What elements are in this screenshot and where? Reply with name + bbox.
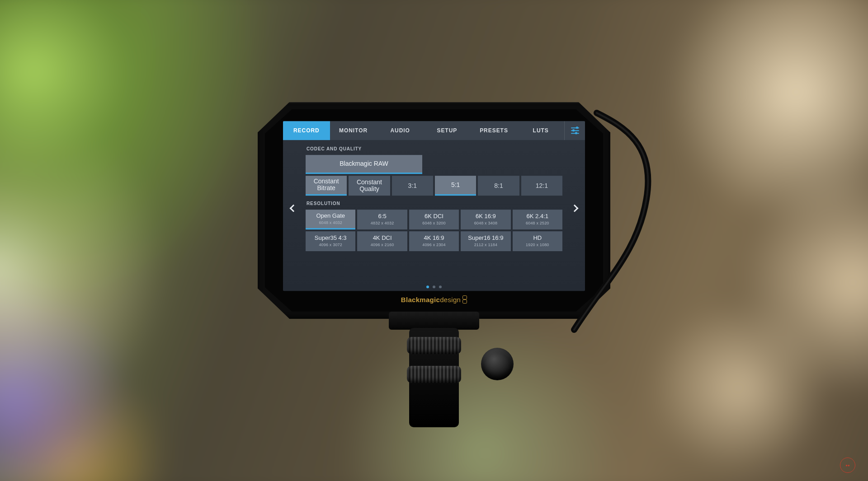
- settings-tabs: RECORD MONITOR AUDIO SETUP PRESETS LUTS: [283, 121, 585, 140]
- sliders-icon: [571, 127, 579, 134]
- preferences-button[interactable]: [564, 121, 585, 140]
- tab-audio[interactable]: AUDIO: [377, 121, 424, 140]
- option-dims: 4096 x 2304: [422, 243, 446, 247]
- tab-label: SETUP: [437, 127, 457, 134]
- tab-setup[interactable]: SETUP: [424, 121, 471, 140]
- res-6-5[interactable]: 6:5 4832 x 4032: [357, 210, 407, 229]
- tab-record[interactable]: RECORD: [283, 121, 330, 140]
- tab-presets[interactable]: PRESETS: [471, 121, 518, 140]
- option-dims: 6048 x 2520: [526, 221, 549, 225]
- res-6k-dci[interactable]: 6K DCI 6048 x 3200: [409, 210, 459, 229]
- option-dims: 4832 x 4032: [371, 221, 394, 225]
- tab-luts[interactable]: LUTS: [517, 121, 564, 140]
- tab-label: LUTS: [533, 127, 549, 134]
- res-4k-dci[interactable]: 4K DCI 4096 x 2160: [357, 231, 407, 251]
- mode-constant-quality[interactable]: Constant Quality: [349, 176, 390, 196]
- res-6k-2-4-1[interactable]: 6K 2.4:1 6048 x 2520: [513, 210, 562, 229]
- res-super16-16-9[interactable]: Super16 16:9 2112 x 1184: [461, 231, 510, 251]
- resolution-grid: Open Gate 6048 x 4032 6:5 4832 x 4032 6K…: [306, 210, 562, 251]
- option-label: 4K DCI: [373, 235, 392, 242]
- option-label: 6:5: [378, 213, 387, 220]
- res-open-gate[interactable]: Open Gate 6048 x 4032: [306, 210, 355, 229]
- page-dot[interactable]: [426, 285, 429, 288]
- page-indicator: [283, 285, 585, 288]
- brand-logo-icon: [462, 295, 467, 304]
- option-label: 8:1: [494, 182, 503, 189]
- tab-label: MONITOR: [339, 127, 368, 134]
- page-dot[interactable]: [433, 285, 435, 288]
- option-label: HD: [533, 235, 542, 242]
- res-super35-4-3[interactable]: Super35 4:3 4096 x 3072: [306, 231, 355, 251]
- res-6k-16-9[interactable]: 6K 16:9 6048 x 3408: [461, 210, 510, 229]
- codec-selector[interactable]: Blackmagic RAW: [306, 155, 422, 174]
- record-page: CODEC AND QUALITY Blackmagic RAW Constan…: [283, 140, 585, 291]
- option-label: 6K 2.4:1: [527, 213, 548, 220]
- option-label: Open Gate: [316, 213, 345, 219]
- monitor-screen: RECORD MONITOR AUDIO SETUP PRESETS LUTS …: [283, 121, 585, 291]
- ratio-8-1[interactable]: 8:1: [478, 176, 519, 196]
- option-dims: 2112 x 1184: [474, 243, 498, 247]
- option-label: 4K 16:9: [424, 235, 444, 242]
- option-dims: 1920 x 1080: [526, 243, 549, 247]
- option-label: Constant Quality: [349, 179, 389, 193]
- option-dims: 6048 x 3408: [474, 221, 498, 225]
- option-dims: 6048 x 4032: [319, 220, 342, 225]
- option-label: 5:1: [451, 181, 460, 188]
- tab-label: RECORD: [293, 127, 320, 134]
- watermark-icon: ●●: [840, 458, 855, 473]
- codec-name: Blackmagic RAW: [340, 160, 388, 168]
- ratio-5-1[interactable]: 5:1: [435, 176, 476, 196]
- tab-label: PRESETS: [480, 127, 508, 134]
- option-label: Super16 16:9: [468, 235, 503, 242]
- res-hd[interactable]: HD 1920 x 1080: [513, 231, 562, 251]
- option-label: 12:1: [536, 182, 548, 189]
- option-label: 6K 16:9: [476, 213, 496, 220]
- tab-monitor[interactable]: MONITOR: [330, 121, 377, 140]
- codec-quality-grid: Constant Bitrate Constant Quality 3:1 5:…: [306, 176, 562, 196]
- ratio-12-1[interactable]: 12:1: [521, 176, 562, 196]
- option-label: 3:1: [408, 182, 417, 189]
- option-label: Super35 4:3: [315, 235, 347, 242]
- tab-label: AUDIO: [390, 127, 410, 134]
- option-dims: 6048 x 3200: [422, 221, 446, 225]
- ratio-3-1[interactable]: 3:1: [392, 176, 433, 196]
- option-dims: 4096 x 3072: [319, 243, 342, 247]
- page-dot[interactable]: [439, 285, 442, 288]
- res-4k-16-9[interactable]: 4K 16:9 4096 x 2304: [409, 231, 459, 251]
- codec-section-label: CODEC AND QUALITY: [307, 146, 562, 151]
- camera-monitor-device: RECORD MONITOR AUDIO SETUP PRESETS LUTS …: [258, 102, 610, 319]
- option-label: Constant Bitrate: [307, 178, 346, 192]
- option-dims: 4096 x 2160: [371, 243, 394, 247]
- mode-constant-bitrate[interactable]: Constant Bitrate: [306, 176, 347, 196]
- resolution-section-label: RESOLUTION: [307, 201, 562, 206]
- option-label: 6K DCI: [425, 213, 443, 220]
- device-brand: Blackmagicdesign: [283, 291, 585, 305]
